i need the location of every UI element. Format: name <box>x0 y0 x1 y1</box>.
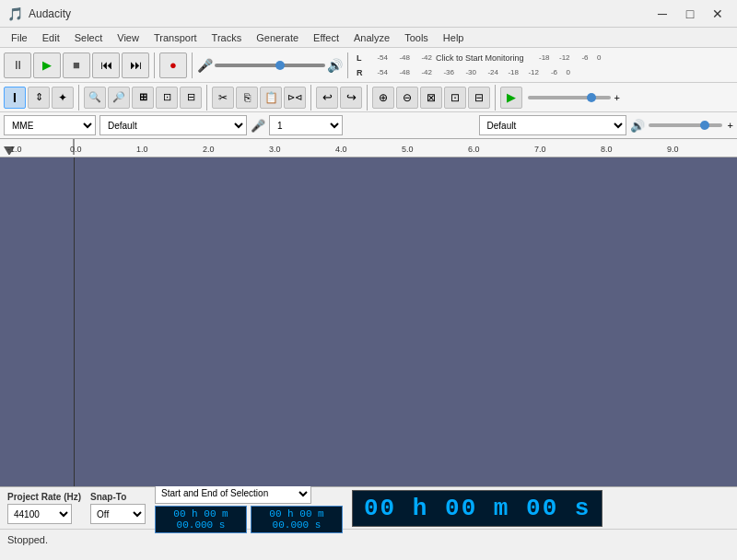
zoom-sel-button[interactable]: ⊡ <box>156 87 178 109</box>
speaker-icon: 🔊 <box>327 58 343 73</box>
menu-analyze[interactable]: Analyze <box>346 30 397 45</box>
playhead-line <box>74 158 75 486</box>
skip-end-button[interactable]: ⏭ <box>122 52 149 78</box>
selection-group: Start and End of Selection Start and Len… <box>155 484 343 533</box>
speed-plus-icon: + <box>614 92 620 103</box>
input-volume-thumb <box>275 61 285 70</box>
input-volume-slider[interactable] <box>215 64 325 67</box>
svg-text:-1.0: -1.0 <box>7 145 22 154</box>
play-at-speed-button[interactable]: ▶ <box>500 87 522 109</box>
menu-generate[interactable]: Generate <box>249 30 306 45</box>
skip-start-button[interactable]: ⏮ <box>92 52 120 78</box>
stop-button[interactable]: ■ <box>63 52 90 78</box>
l-label: L <box>357 53 366 63</box>
play-button[interactable]: ▶ <box>33 52 61 78</box>
selection-start-time[interactable]: 00 h 00 m 00.000 s <box>155 506 247 533</box>
output-volume-thumb <box>700 121 709 130</box>
record-button[interactable]: ● <box>159 52 187 78</box>
paste-button[interactable]: 📋 <box>260 87 282 109</box>
time-ruler: -1.0 0.0 1.0 2.0 3.0 4.0 5.0 6.0 7.0 8.0 <box>0 139 737 158</box>
svg-text:5.0: 5.0 <box>402 145 414 154</box>
separator-tools <box>78 85 79 111</box>
zoom-toggle-button[interactable]: ⊟ <box>180 87 202 109</box>
click-monitor-label[interactable]: Click to Start Monitoring <box>436 53 524 63</box>
output-vol-plus-icon: + <box>728 120 733 131</box>
title-bar: 🎵 Audacity ─ □ ✕ <box>0 0 737 28</box>
mic-small-icon: 🎤 <box>251 119 265 133</box>
status-bar: Project Rate (Hz) 44100 22050 48000 Snap… <box>0 486 737 560</box>
menu-file[interactable]: File <box>4 30 35 45</box>
zoom-toggle-small-button[interactable]: ⊟ <box>468 87 490 109</box>
app-title: Audacity <box>29 7 650 20</box>
zoom-sel-small-button[interactable]: ⊡ <box>444 87 466 109</box>
snap-to-select[interactable]: Off On <box>90 504 146 524</box>
toolbar-separator-2 <box>192 52 193 78</box>
svg-text:3.0: 3.0 <box>269 145 281 154</box>
status-bottom: Stopped. <box>0 530 737 550</box>
trim-button[interactable]: ⊳⊲ <box>284 87 306 109</box>
minimize-button[interactable]: ─ <box>650 5 674 23</box>
zoom-in-button[interactable]: 🔍 <box>84 87 106 109</box>
speaker-small-icon: 🔊 <box>630 119 645 133</box>
speed-slider-thumb <box>587 93 596 102</box>
row3-right: Default 🔊 + <box>479 115 733 135</box>
svg-text:7.0: 7.0 <box>534 145 546 154</box>
svg-text:0.0: 0.0 <box>70 145 82 154</box>
menu-select[interactable]: Select <box>67 30 111 45</box>
svg-text:1.0: 1.0 <box>136 145 148 154</box>
svg-text:2.0: 2.0 <box>203 145 215 154</box>
svg-text:4.0: 4.0 <box>335 145 347 154</box>
zoom-out-small-button[interactable]: ⊖ <box>396 87 418 109</box>
zoom-fit-button[interactable]: ⊞ <box>132 87 154 109</box>
status-text: Stopped. <box>7 534 48 545</box>
menu-bar: File Edit Select View Transport Tracks G… <box>0 28 737 48</box>
speed-slider-container: + <box>528 92 620 103</box>
envelope-tool-button[interactable]: ⇕ <box>28 87 50 109</box>
track-area[interactable] <box>0 158 737 486</box>
speed-slider[interactable] <box>528 96 611 99</box>
input-channels-dropdown[interactable]: 1 2 <box>269 115 343 135</box>
undo-button[interactable]: ↩ <box>316 87 338 109</box>
vu-right-row: R -54 -48 -42 -36 -30 -24 -18 -12 -6 0 <box>357 66 602 79</box>
close-button[interactable]: ✕ <box>706 5 730 23</box>
toolbar-separator-3 <box>347 52 348 78</box>
input-device-dropdown[interactable]: Default <box>99 115 247 135</box>
menu-tracks[interactable]: Tracks <box>205 30 250 45</box>
svg-text:9.0: 9.0 <box>667 145 679 154</box>
r-label: R <box>357 68 366 77</box>
output-volume-slider[interactable] <box>649 123 722 127</box>
redo-button[interactable]: ↪ <box>340 87 362 109</box>
project-rate-select[interactable]: 44100 22050 48000 <box>7 504 72 524</box>
menu-transport[interactable]: Transport <box>146 30 205 45</box>
toolbar-separator-1 <box>154 52 155 78</box>
selection-end-time[interactable]: 00 h 00 m 00.000 s <box>251 506 343 533</box>
maximize-button[interactable]: □ <box>678 5 702 23</box>
output-device-dropdown[interactable]: Default <box>479 115 626 135</box>
menu-effect[interactable]: Effect <box>306 30 346 45</box>
snap-to-label: Snap-To <box>90 492 146 502</box>
row3-left: MME Default 🎤 1 2 <box>4 115 475 135</box>
svg-text:6.0: 6.0 <box>468 145 480 154</box>
selection-tool-button[interactable]: I <box>4 87 26 109</box>
multi-tool-button[interactable]: ✦ <box>52 87 74 109</box>
edit-toolbar: I ⇕ ✦ 🔍 🔎 ⊞ ⊡ ⊟ ✂ ⎘ 📋 ⊳⊲ ↩ ↪ ⊕ <box>0 83 737 112</box>
zoom-fit-small-button[interactable]: ⊠ <box>420 87 442 109</box>
zoom-out-button[interactable]: 🔎 <box>108 87 130 109</box>
vu-left-row: L -54 -48 -42 Click to Start Monitoring … <box>357 52 602 64</box>
status-controls: Project Rate (Hz) 44100 22050 48000 Snap… <box>0 487 737 530</box>
menu-edit[interactable]: Edit <box>35 30 67 45</box>
big-time-display: 00 h 00 m 00 s <box>352 490 602 527</box>
menu-view[interactable]: View <box>110 30 146 45</box>
pause-button[interactable]: ⏸ <box>4 52 31 78</box>
app-icon: 🎵 <box>7 6 23 21</box>
separator-undo <box>367 85 368 111</box>
project-rate-group: Project Rate (Hz) 44100 22050 48000 <box>7 492 81 524</box>
menu-tools[interactable]: Tools <box>397 30 436 45</box>
cut-button[interactable]: ✂ <box>212 87 234 109</box>
zoom-in-small-button[interactable]: ⊕ <box>372 87 394 109</box>
copy-button[interactable]: ⎘ <box>236 87 258 109</box>
menu-help[interactable]: Help <box>436 30 472 45</box>
separator-zoom <box>206 85 207 111</box>
project-rate-label: Project Rate (Hz) <box>7 492 81 502</box>
audio-setup-dropdown[interactable]: MME <box>4 115 96 135</box>
